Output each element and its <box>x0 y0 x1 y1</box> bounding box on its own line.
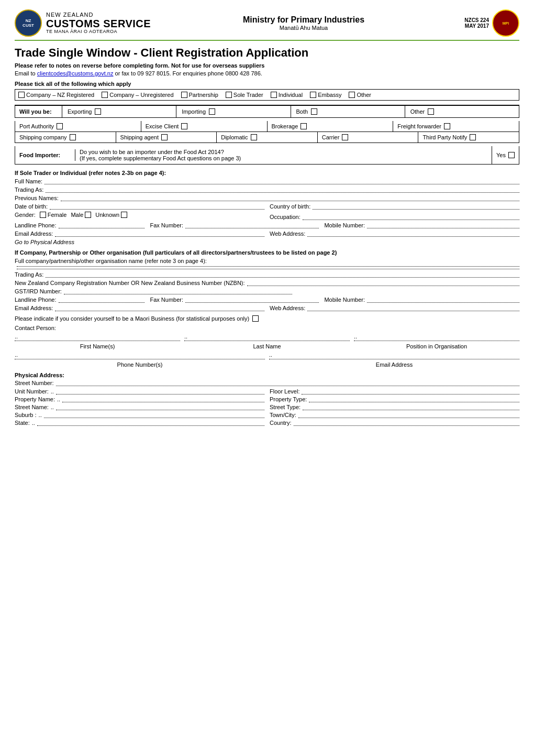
third-party-notify-cell[interactable]: Third Party Notify <box>418 132 519 143</box>
co-web-field[interactable] <box>307 311 519 311</box>
shipping-agent-cell[interactable]: Shipping agent <box>116 132 217 143</box>
cb-company-registered-box[interactable] <box>18 92 25 98</box>
full-name-field[interactable] <box>44 184 519 184</box>
state-field[interactable] <box>37 425 264 426</box>
carrier-cell[interactable]: Carrier <box>318 132 419 143</box>
st-web-field[interactable] <box>307 236 519 237</box>
co-email-field[interactable] <box>55 311 264 311</box>
landline-fax-mobile-line: Landline Phone: Fax Number: Mobile Numbe… <box>15 222 519 228</box>
wyb-other-cell[interactable]: Other <box>405 106 519 117</box>
shipping-company-checkbox[interactable] <box>70 134 76 140</box>
cb-company-unregistered-box[interactable] <box>102 92 108 98</box>
cb-individual[interactable]: Individual <box>271 92 303 98</box>
shipping-company-cell[interactable]: Shipping company <box>15 132 116 143</box>
st-mobile-field[interactable] <box>367 228 519 228</box>
brokerage-checkbox[interactable] <box>301 123 307 129</box>
brokerage-cell[interactable]: Brokerage <box>268 121 394 132</box>
gst-field[interactable] <box>64 294 292 294</box>
gender-male[interactable]: Male <box>71 212 91 218</box>
wyb-exporting-cell[interactable]: Exporting <box>62 106 176 117</box>
diplomatic-checkbox[interactable] <box>251 134 257 140</box>
cb-company-registered[interactable]: Company – NZ Registered <box>18 92 94 98</box>
shipping-agent-checkbox[interactable] <box>161 134 168 140</box>
cb-partnership-box[interactable] <box>181 92 187 98</box>
previous-names-field[interactable] <box>61 201 519 201</box>
property-name-field[interactable] <box>62 402 264 402</box>
town-city-label: Town/City: <box>270 412 296 418</box>
co-landline-field[interactable] <box>59 302 145 303</box>
carrier-checkbox[interactable] <box>342 134 348 140</box>
email-address-link[interactable]: clientcodes@customs.govt.nz <box>37 70 114 76</box>
cb-embassy-box[interactable] <box>310 92 316 98</box>
full-company-field-2[interactable] <box>17 269 519 269</box>
wyb-both-cell[interactable]: Both <box>291 106 405 117</box>
street-number-field[interactable] <box>56 386 519 386</box>
email-field[interactable] <box>269 359 519 359</box>
company-section-header: If Company, Partnership or Other organis… <box>15 249 519 256</box>
dob-field[interactable] <box>50 209 264 210</box>
contact-phone-email-line <box>15 359 519 359</box>
exporting-checkbox[interactable] <box>95 108 101 115</box>
cb-sole-trader[interactable]: Sole Trader <box>226 92 263 98</box>
cb-company-unregistered[interactable]: Company – Unregistered <box>102 92 173 98</box>
country-birth-field[interactable] <box>313 209 519 210</box>
third-party-notify-checkbox[interactable] <box>470 134 476 140</box>
freight-forwarder-checkbox[interactable] <box>444 123 450 129</box>
maori-business-label: Please indicate if you consider yourself… <box>15 315 249 322</box>
co-mobile-label: Mobile Number: <box>324 297 365 303</box>
cb-other[interactable]: Other <box>349 92 371 98</box>
female-checkbox[interactable] <box>40 212 46 218</box>
town-city-field[interactable] <box>298 418 519 418</box>
other-checkbox[interactable] <box>428 108 434 115</box>
cb-sole-trader-box[interactable] <box>226 92 232 98</box>
first-name-field[interactable] <box>15 341 180 341</box>
co-fax-field[interactable] <box>185 302 319 303</box>
st-landline-field[interactable] <box>59 228 145 228</box>
suburb-field[interactable] <box>44 418 264 418</box>
excise-client-checkbox[interactable] <box>181 123 187 129</box>
freight-forwarder-cell[interactable]: Freight forwarder <box>393 121 519 132</box>
food-importer-yes-cell[interactable]: Yes <box>492 149 519 161</box>
company-trading-as-field[interactable] <box>46 277 519 278</box>
gst-line: GST/IRD Number: <box>15 288 292 294</box>
st-email-field[interactable] <box>55 236 264 237</box>
dob-left: Date of birth: <box>15 203 264 210</box>
unknown-checkbox[interactable] <box>121 212 127 218</box>
port-authority-checkbox[interactable] <box>57 123 63 129</box>
importing-checkbox[interactable] <box>209 108 215 115</box>
gender-female[interactable]: Female <box>40 212 67 218</box>
nzbn-field[interactable] <box>247 286 519 286</box>
cb-embassy[interactable]: Embassy <box>310 92 341 98</box>
st-fax-field[interactable] <box>185 228 319 228</box>
street-name-field[interactable] <box>56 410 264 410</box>
phone-field[interactable] <box>15 359 265 359</box>
maori-business-checkbox[interactable] <box>252 315 259 322</box>
email-col-label: Email Address <box>269 361 519 368</box>
last-name-field[interactable] <box>184 341 350 341</box>
wyb-importing-cell[interactable]: Importing <box>176 106 291 117</box>
diplomatic-label: Diplomatic <box>221 134 248 140</box>
diplomatic-cell[interactable]: Diplomatic <box>217 132 318 143</box>
both-checkbox[interactable] <box>311 108 317 115</box>
property-type-field[interactable] <box>309 402 519 402</box>
floor-level-field[interactable] <box>302 394 519 395</box>
cb-individual-box[interactable] <box>271 92 277 98</box>
full-company-field-1[interactable] <box>17 266 519 267</box>
full-name-line: Full Name: <box>15 178 519 184</box>
male-checkbox[interactable] <box>85 212 91 218</box>
email-web-line: Email Address: Web Address: <box>15 231 519 237</box>
excise-client-cell[interactable]: Excise Client <box>141 121 268 132</box>
street-type-field[interactable] <box>303 410 519 410</box>
co-mobile-field[interactable] <box>367 302 519 303</box>
trading-as-field[interactable] <box>46 192 519 193</box>
occupation-field[interactable] <box>303 220 519 220</box>
port-authority-cell[interactable]: Port Authority <box>15 121 141 132</box>
food-yes-checkbox[interactable] <box>508 152 515 158</box>
unit-number-field[interactable] <box>56 394 264 395</box>
position-field[interactable] <box>354 341 519 341</box>
cb-other-box[interactable] <box>349 92 355 98</box>
country-field[interactable] <box>294 425 519 426</box>
shipping-company-label: Shipping company <box>19 134 67 140</box>
gender-unknown[interactable]: Unknown <box>95 212 127 218</box>
cb-partnership[interactable]: Partnership <box>181 92 218 98</box>
